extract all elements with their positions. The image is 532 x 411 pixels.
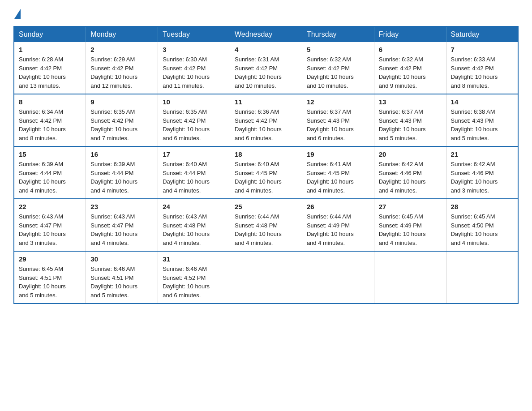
day-number: 27 bbox=[379, 203, 442, 210]
day-number: 5 bbox=[307, 46, 369, 53]
day-number: 7 bbox=[451, 46, 513, 53]
calendar-cell: 19 Sunrise: 6:41 AM Sunset: 4:45 PM Dayl… bbox=[302, 146, 374, 199]
calendar-cell bbox=[446, 251, 518, 304]
day-info: Sunrise: 6:35 AM Sunset: 4:42 PM Dayligh… bbox=[163, 107, 225, 142]
calendar-cell: 18 Sunrise: 6:40 AM Sunset: 4:45 PM Dayl… bbox=[230, 146, 302, 199]
weekday-header-sunday: Sunday bbox=[14, 26, 86, 42]
day-number: 15 bbox=[19, 150, 81, 158]
day-info: Sunrise: 6:44 AM Sunset: 4:49 PM Dayligh… bbox=[307, 212, 369, 247]
week-row-3: 15 Sunrise: 6:39 AM Sunset: 4:44 PM Dayl… bbox=[14, 146, 518, 199]
day-info: Sunrise: 6:44 AM Sunset: 4:48 PM Dayligh… bbox=[235, 212, 297, 247]
day-info: Sunrise: 6:38 AM Sunset: 4:43 PM Dayligh… bbox=[451, 107, 513, 142]
calendar-cell: 22 Sunrise: 6:43 AM Sunset: 4:47 PM Dayl… bbox=[14, 199, 86, 251]
calendar-cell: 24 Sunrise: 6:43 AM Sunset: 4:48 PM Dayl… bbox=[158, 199, 230, 251]
day-info: Sunrise: 6:40 AM Sunset: 4:45 PM Dayligh… bbox=[235, 160, 297, 195]
day-number: 31 bbox=[163, 255, 225, 263]
day-number: 10 bbox=[163, 98, 225, 106]
page-header bbox=[13, 9, 519, 19]
day-number: 11 bbox=[235, 98, 297, 106]
day-number: 23 bbox=[90, 203, 153, 210]
calendar-cell: 28 Sunrise: 6:45 AM Sunset: 4:50 PM Dayl… bbox=[446, 199, 518, 251]
day-number: 22 bbox=[19, 203, 81, 210]
weekday-header-tuesday: Tuesday bbox=[158, 26, 230, 42]
day-info: Sunrise: 6:34 AM Sunset: 4:42 PM Dayligh… bbox=[19, 107, 81, 142]
day-info: Sunrise: 6:39 AM Sunset: 4:44 PM Dayligh… bbox=[90, 160, 153, 195]
calendar-cell: 3 Sunrise: 6:30 AM Sunset: 4:42 PM Dayli… bbox=[158, 42, 230, 94]
calendar-table: SundayMondayTuesdayWednesdayThursdayFrid… bbox=[13, 26, 519, 304]
calendar-cell: 11 Sunrise: 6:36 AM Sunset: 4:42 PM Dayl… bbox=[230, 94, 302, 146]
day-number: 6 bbox=[379, 46, 442, 53]
calendar-cell: 26 Sunrise: 6:44 AM Sunset: 4:49 PM Dayl… bbox=[302, 199, 374, 251]
day-number: 12 bbox=[307, 98, 369, 106]
week-row-1: 1 Sunrise: 6:28 AM Sunset: 4:42 PM Dayli… bbox=[14, 42, 518, 94]
day-number: 28 bbox=[451, 203, 513, 210]
day-info: Sunrise: 6:40 AM Sunset: 4:44 PM Dayligh… bbox=[163, 160, 225, 195]
week-row-2: 8 Sunrise: 6:34 AM Sunset: 4:42 PM Dayli… bbox=[14, 94, 518, 146]
day-number: 14 bbox=[451, 98, 513, 106]
weekday-header-thursday: Thursday bbox=[302, 26, 374, 42]
day-info: Sunrise: 6:39 AM Sunset: 4:44 PM Dayligh… bbox=[19, 160, 81, 195]
calendar-cell: 30 Sunrise: 6:46 AM Sunset: 4:51 PM Dayl… bbox=[86, 251, 158, 304]
week-row-4: 22 Sunrise: 6:43 AM Sunset: 4:47 PM Dayl… bbox=[14, 199, 518, 251]
logo-triangle-icon bbox=[14, 9, 21, 19]
day-number: 17 bbox=[163, 150, 225, 158]
calendar-cell bbox=[302, 251, 374, 304]
weekday-header-monday: Monday bbox=[86, 26, 158, 42]
calendar-cell: 5 Sunrise: 6:32 AM Sunset: 4:42 PM Dayli… bbox=[302, 42, 374, 94]
calendar-cell: 23 Sunrise: 6:43 AM Sunset: 4:47 PM Dayl… bbox=[86, 199, 158, 251]
day-info: Sunrise: 6:36 AM Sunset: 4:42 PM Dayligh… bbox=[235, 107, 297, 142]
day-info: Sunrise: 6:42 AM Sunset: 4:46 PM Dayligh… bbox=[379, 160, 442, 195]
calendar-cell: 15 Sunrise: 6:39 AM Sunset: 4:44 PM Dayl… bbox=[14, 146, 86, 199]
weekday-header-friday: Friday bbox=[374, 26, 446, 42]
day-info: Sunrise: 6:43 AM Sunset: 4:48 PM Dayligh… bbox=[163, 212, 225, 247]
week-row-5: 29 Sunrise: 6:45 AM Sunset: 4:51 PM Dayl… bbox=[14, 251, 518, 304]
day-info: Sunrise: 6:31 AM Sunset: 4:42 PM Dayligh… bbox=[235, 55, 297, 90]
day-number: 2 bbox=[90, 46, 153, 53]
calendar-cell: 8 Sunrise: 6:34 AM Sunset: 4:42 PM Dayli… bbox=[14, 94, 86, 146]
weekday-header-row: SundayMondayTuesdayWednesdayThursdayFrid… bbox=[14, 26, 518, 42]
day-number: 3 bbox=[163, 46, 225, 53]
day-info: Sunrise: 6:43 AM Sunset: 4:47 PM Dayligh… bbox=[19, 212, 81, 247]
calendar-cell: 7 Sunrise: 6:33 AM Sunset: 4:42 PM Dayli… bbox=[446, 42, 518, 94]
day-info: Sunrise: 6:37 AM Sunset: 4:43 PM Dayligh… bbox=[379, 107, 442, 142]
calendar-cell: 20 Sunrise: 6:42 AM Sunset: 4:46 PM Dayl… bbox=[374, 146, 446, 199]
calendar-cell bbox=[374, 251, 446, 304]
calendar-cell bbox=[230, 251, 302, 304]
day-info: Sunrise: 6:46 AM Sunset: 4:52 PM Dayligh… bbox=[163, 265, 225, 300]
calendar-cell: 25 Sunrise: 6:44 AM Sunset: 4:48 PM Dayl… bbox=[230, 199, 302, 251]
calendar-cell: 21 Sunrise: 6:42 AM Sunset: 4:46 PM Dayl… bbox=[446, 146, 518, 199]
day-info: Sunrise: 6:29 AM Sunset: 4:42 PM Dayligh… bbox=[90, 55, 153, 90]
day-number: 1 bbox=[19, 46, 81, 53]
day-number: 29 bbox=[19, 255, 81, 263]
day-number: 18 bbox=[235, 150, 297, 158]
day-number: 21 bbox=[451, 150, 513, 158]
calendar-cell: 13 Sunrise: 6:37 AM Sunset: 4:43 PM Dayl… bbox=[374, 94, 446, 146]
calendar-cell: 29 Sunrise: 6:45 AM Sunset: 4:51 PM Dayl… bbox=[14, 251, 86, 304]
calendar-cell: 12 Sunrise: 6:37 AM Sunset: 4:43 PM Dayl… bbox=[302, 94, 374, 146]
day-info: Sunrise: 6:43 AM Sunset: 4:47 PM Dayligh… bbox=[90, 212, 153, 247]
day-number: 9 bbox=[90, 98, 153, 106]
calendar-cell: 31 Sunrise: 6:46 AM Sunset: 4:52 PM Dayl… bbox=[158, 251, 230, 304]
day-info: Sunrise: 6:45 AM Sunset: 4:51 PM Dayligh… bbox=[19, 265, 81, 300]
calendar-cell: 2 Sunrise: 6:29 AM Sunset: 4:42 PM Dayli… bbox=[86, 42, 158, 94]
weekday-header-saturday: Saturday bbox=[446, 26, 518, 42]
day-info: Sunrise: 6:37 AM Sunset: 4:43 PM Dayligh… bbox=[307, 107, 369, 142]
calendar-cell: 4 Sunrise: 6:31 AM Sunset: 4:42 PM Dayli… bbox=[230, 42, 302, 94]
calendar-cell: 6 Sunrise: 6:32 AM Sunset: 4:42 PM Dayli… bbox=[374, 42, 446, 94]
day-number: 4 bbox=[235, 46, 297, 53]
day-info: Sunrise: 6:45 AM Sunset: 4:49 PM Dayligh… bbox=[379, 212, 442, 247]
day-number: 20 bbox=[379, 150, 442, 158]
day-number: 19 bbox=[307, 150, 369, 158]
day-number: 8 bbox=[19, 98, 81, 106]
day-number: 13 bbox=[379, 98, 442, 106]
calendar-cell: 16 Sunrise: 6:39 AM Sunset: 4:44 PM Dayl… bbox=[86, 146, 158, 199]
calendar-cell: 1 Sunrise: 6:28 AM Sunset: 4:42 PM Dayli… bbox=[14, 42, 86, 94]
day-number: 26 bbox=[307, 203, 369, 210]
day-info: Sunrise: 6:42 AM Sunset: 4:46 PM Dayligh… bbox=[451, 160, 513, 195]
calendar-cell: 27 Sunrise: 6:45 AM Sunset: 4:49 PM Dayl… bbox=[374, 199, 446, 251]
day-number: 16 bbox=[90, 150, 153, 158]
logo bbox=[13, 9, 21, 19]
day-info: Sunrise: 6:32 AM Sunset: 4:42 PM Dayligh… bbox=[379, 55, 442, 90]
day-info: Sunrise: 6:30 AM Sunset: 4:42 PM Dayligh… bbox=[163, 55, 225, 90]
day-number: 25 bbox=[235, 203, 297, 210]
